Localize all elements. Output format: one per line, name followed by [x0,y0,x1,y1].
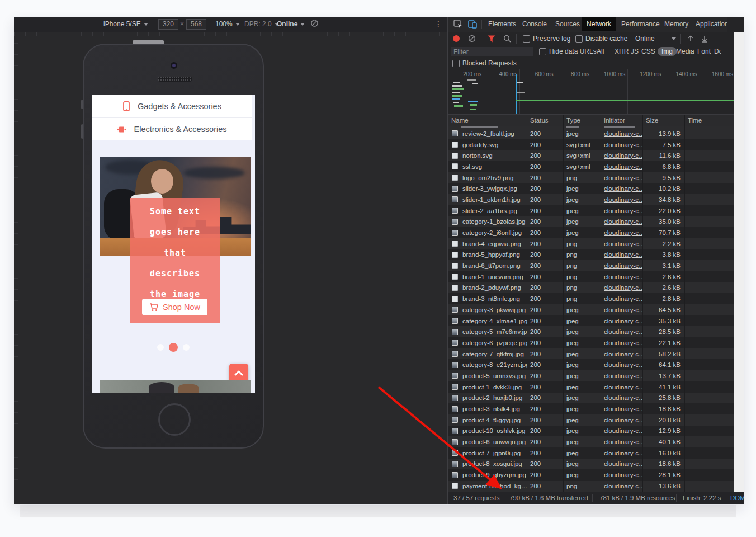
table-row[interactable]: category-3_pkwwij.jpg200jpegcloudinary-c… [448,304,734,315]
type-filter-doc[interactable]: Doc [714,48,721,55]
table-row[interactable]: product-9_qhyzqm.jpg200jpegcloudinary-c…… [448,469,734,481]
table-row[interactable]: ssl.svg200svg+xmlcloudinary-c…6.8 kB [448,161,734,172]
clear-icon[interactable] [468,35,476,43]
table-row[interactable]: product-10_oshlvk.jpg200jpegcloudinary-c… [448,426,734,437]
zoom-select[interactable]: 100% [215,20,240,28]
table-row[interactable]: product-8_xosgui.jpg200jpegcloudinary-c…… [448,459,734,470]
tab-sources[interactable]: Sources [555,17,580,31]
type-filter-js[interactable]: JS [631,48,639,55]
type-filter-xhr[interactable]: XHR [615,48,629,55]
timeline-overview[interactable]: 200 ms400 ms600 ms800 ms1000 ms1200 ms14… [448,69,734,115]
request-initiator[interactable]: cloudinary-c… [601,284,642,291]
request-initiator[interactable]: cloudinary-c… [601,196,642,203]
request-initiator[interactable]: cloudinary-c… [601,175,642,181]
column-separator[interactable] [563,115,564,492]
request-initiator[interactable]: cloudinary-c… [601,427,642,434]
table-row[interactable]: category-2_i6onll.jpg200jpegcloudinary-c… [448,227,734,238]
request-initiator[interactable]: cloudinary-c… [601,472,642,478]
request-initiator[interactable]: cloudinary-c… [601,185,642,192]
inspect-element-icon[interactable] [453,20,462,29]
request-initiator[interactable]: cloudinary-c… [601,328,642,335]
column-initiator[interactable]: Initiator [601,117,642,124]
request-initiator[interactable]: cloudinary-c… [601,394,642,401]
tab-performance[interactable]: Performance [621,17,660,31]
request-initiator[interactable]: cloudinary-c… [601,163,642,170]
request-initiator[interactable]: cloudinary-c… [601,218,642,225]
type-filter-css[interactable]: CSS [641,48,655,55]
request-initiator[interactable]: cloudinary-c… [601,351,642,357]
tab-network[interactable]: Network [582,17,616,31]
table-row[interactable]: brand-6_tt7pom.png200pngcloudinary-c…3.1… [448,260,734,271]
tab-elements[interactable]: Elements [488,17,516,31]
request-initiator[interactable]: cloudinary-c… [601,340,642,346]
carousel-dot[interactable] [183,344,190,351]
device-toolbar-icon[interactable] [468,20,477,29]
record-icon[interactable] [453,35,460,42]
request-initiator[interactable]: cloudinary-c… [601,439,642,445]
table-row[interactable]: product-5_umnxvs.jpg200jpegcloudinary-c…… [448,370,734,381]
disable-cache-checkbox[interactable] [575,35,583,43]
request-initiator[interactable]: cloudinary-c… [601,307,642,313]
table-row[interactable]: brand-2_pduywf.png200pngcloudinary-c…2.6… [448,282,734,294]
request-initiator[interactable]: cloudinary-c… [601,450,642,456]
request-initiator[interactable]: cloudinary-c… [601,251,642,258]
request-initiator[interactable]: cloudinary-c… [601,417,642,423]
request-initiator[interactable]: cloudinary-c… [601,373,642,379]
carousel-dot[interactable] [157,344,164,351]
request-initiator[interactable]: cloudinary-c… [601,274,642,280]
request-initiator[interactable]: cloudinary-c… [601,318,642,324]
table-row[interactable]: category-6_pzpcqe.jpg200jpegcloudinary-c… [448,337,734,348]
table-row[interactable]: product-1_dvkk3i.jpg200jpegcloudinary-c…… [448,381,734,393]
table-row[interactable]: product-2_huxjb0.jpg200jpegcloudinary-c…… [448,393,734,404]
table-row[interactable]: slider-1_okbm1h.jpg200jpegcloudinary-c…3… [448,194,734,205]
table-row[interactable]: brand-5_hppyaf.png200pngcloudinary-c…3.8… [448,249,734,261]
scrollbar[interactable] [734,32,744,492]
tab-application[interactable]: Application [696,17,727,31]
column-type[interactable]: Type [563,117,601,124]
table-row[interactable]: category-5_m7c6mv.jpg200jpegcloudinary-c… [448,326,734,337]
more-options-icon[interactable]: ⋮ [434,20,442,29]
column-separator[interactable] [642,115,643,492]
table-row[interactable]: product-7_jgpn0i.jpg200jpegcloudinary-c…… [448,447,734,459]
blocked-requests-checkbox[interactable] [452,60,460,67]
table-row[interactable]: category-1_bzolas.jpg200jpegcloudinary-c… [448,216,734,228]
no-throttling-icon[interactable] [310,19,319,27]
column-status[interactable]: Status [527,117,563,124]
hide-data-urls-checkbox[interactable] [539,48,546,55]
table-row[interactable]: product-4_f5ggyj.jpg200jpegcloudinary-c…… [448,414,734,426]
request-initiator[interactable]: cloudinary-c… [601,130,642,137]
viewport-width-input[interactable]: 320 [158,19,178,30]
request-initiator[interactable]: cloudinary-c… [601,262,642,269]
request-initiator[interactable]: cloudinary-c… [601,152,642,159]
request-initiator[interactable]: cloudinary-c… [601,384,642,390]
request-initiator[interactable]: cloudinary-c… [601,483,642,489]
table-row[interactable]: norton.svg200svg+xmlcloudinary-c…11.6 kB [448,150,734,161]
tab-memory[interactable]: Memory [664,17,688,31]
column-separator[interactable] [527,115,527,492]
tab-console[interactable]: Console [522,17,547,31]
import-har-icon[interactable] [687,35,694,43]
table-row[interactable]: godaddy.svg200svg+xmlcloudinary-c…7.5 kB [448,139,734,150]
throttle-select[interactable]: Online [277,20,305,28]
table-row[interactable]: category-7_qtkfmj.jpg200jpegcloudinary-c… [448,348,734,360]
type-filter-font[interactable]: Font [697,48,711,55]
carousel-dot-active[interactable] [169,343,178,352]
table-row[interactable]: category-4_xlmae1.jpg200jpegcloudinary-c… [448,315,734,327]
viewport-height-input[interactable]: 568 [186,19,206,30]
request-initiator[interactable]: cloudinary-c… [601,142,642,148]
column-separator[interactable] [601,115,601,492]
table-row[interactable]: slider-3_ywjgqx.jpg200jpegcloudinary-c…1… [448,183,734,194]
table-row[interactable]: review-2_fbaltl.jpg200jpegcloudinary-c…1… [448,128,734,139]
request-initiator[interactable]: cloudinary-c… [601,208,642,214]
column-size[interactable]: Size [642,117,684,124]
table-row[interactable]: payment-method_kg…200pngcloudinary-c…13.… [448,481,734,492]
type-filter-all[interactable]: All [597,48,604,55]
request-initiator[interactable]: cloudinary-c… [601,229,642,236]
column-separator[interactable] [684,115,685,492]
category-item-gadgets[interactable]: Gadgets & Accessories [92,95,252,117]
network-throttle-select[interactable]: Online [635,35,655,43]
dpr-select[interactable]: DPR: 2.0 [244,20,279,28]
table-row[interactable]: product-3_nlslk4.jpg200jpegcloudinary-c…… [448,403,734,414]
type-filter-img[interactable]: Img [658,47,677,56]
shop-now-button[interactable]: Shop Now [142,299,207,315]
